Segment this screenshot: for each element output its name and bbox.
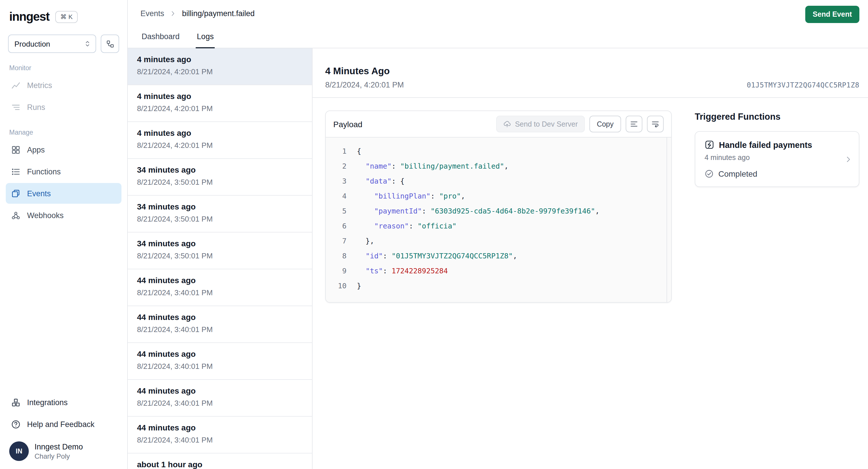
function-icon bbox=[705, 140, 714, 150]
payload-header: Payload Send to Dev Server Copy bbox=[326, 111, 671, 137]
payload-title: Payload bbox=[333, 119, 362, 129]
triggered-list: Handle failed payments4 minutes agoCompl… bbox=[695, 131, 859, 187]
event-list-item[interactable]: 4 minutes ago8/21/2024, 4:20:01 PM bbox=[128, 122, 312, 159]
user-row[interactable]: IN Inngest Demo Charly Poly bbox=[0, 436, 127, 468]
send-event-button[interactable]: Send Event bbox=[805, 6, 859, 23]
function-name: Handle failed payments bbox=[719, 140, 812, 149]
line-number: 2 bbox=[326, 161, 346, 170]
sidebar-item-label: Apps bbox=[27, 145, 45, 154]
environment-settings-button[interactable] bbox=[101, 34, 119, 53]
code-line: 3 "data": { bbox=[326, 173, 671, 188]
event-title: 4 minutes ago bbox=[137, 55, 303, 64]
payload-icon-buttons bbox=[626, 116, 664, 132]
event-timestamp: 8/21/2024, 3:40:01 PM bbox=[137, 436, 303, 444]
event-timestamp: 8/21/2024, 3:40:01 PM bbox=[137, 362, 303, 371]
event-list-item[interactable]: 4 minutes ago8/21/2024, 4:20:01 PM bbox=[128, 48, 312, 85]
sidebar-item-runs[interactable]: Runs bbox=[6, 97, 121, 117]
nav-section-label: Manage bbox=[9, 129, 118, 136]
sidebar: inngest ⌘ K Production MonitorMetricsRun… bbox=[0, 0, 128, 469]
event-list-item[interactable]: about 1 hour ago bbox=[128, 454, 312, 469]
event-list-item[interactable]: 4 minutes ago8/21/2024, 4:20:01 PM bbox=[128, 85, 312, 122]
sidebar-item-label: Integrations bbox=[27, 398, 68, 407]
chevron-right-icon[interactable] bbox=[844, 155, 853, 164]
event-list: 4 minutes ago8/21/2024, 4:20:01 PM4 minu… bbox=[128, 48, 313, 469]
event-title: 4 minutes ago bbox=[137, 92, 303, 101]
event-list-item[interactable]: 34 minutes ago8/21/2024, 3:50:01 PM bbox=[128, 196, 312, 232]
breadcrumb-parent[interactable]: Events bbox=[141, 9, 164, 18]
line-number: 1 bbox=[326, 147, 346, 155]
environment-row: Production bbox=[8, 34, 119, 53]
event-title: 34 minutes ago bbox=[137, 239, 303, 248]
send-to-dev-server-button[interactable]: Send to Dev Server bbox=[496, 116, 585, 132]
align-left-icon bbox=[630, 120, 638, 128]
inngest-logo: inngest bbox=[9, 10, 50, 24]
event-list-item[interactable]: 44 minutes ago8/21/2024, 3:40:01 PM bbox=[128, 380, 312, 417]
align-left-button[interactable] bbox=[626, 116, 642, 132]
event-title: 44 minutes ago bbox=[137, 312, 303, 322]
line-number: 4 bbox=[326, 191, 346, 200]
line-number: 5 bbox=[326, 206, 346, 215]
logo-row: inngest ⌘ K bbox=[0, 7, 127, 27]
sidebar-item-label: Metrics bbox=[27, 81, 52, 90]
code-line: 2 "name": "billing/payment.failed", bbox=[326, 158, 671, 173]
event-timestamp: 8/21/2024, 3:40:01 PM bbox=[137, 399, 303, 407]
triggered-functions-panel: Triggered Functions Handle failed paymen… bbox=[695, 111, 859, 187]
line-number: 3 bbox=[326, 176, 346, 185]
sidebar-item-help-and-feedback[interactable]: Help and Feedback bbox=[6, 414, 121, 435]
apps-icon bbox=[11, 145, 21, 155]
code-line: 5 "paymentId": "6303d925-cda5-4d64-8b2e-… bbox=[326, 203, 671, 218]
code-scrollbar[interactable] bbox=[666, 137, 667, 302]
function-time: 4 minutes ago bbox=[705, 154, 849, 162]
code-line: 1{ bbox=[326, 143, 671, 158]
sidebar-item-metrics[interactable]: Metrics bbox=[6, 75, 121, 96]
event-detail: 4 Minutes Ago 8/21/2024, 4:20:01 PM 01J5… bbox=[313, 48, 868, 469]
user-name: Inngest Demo bbox=[34, 442, 83, 451]
tab-dashboard[interactable]: Dashboard bbox=[141, 32, 181, 48]
event-list-item[interactable]: 44 minutes ago8/21/2024, 3:40:01 PM bbox=[128, 269, 312, 306]
sidebar-item-apps[interactable]: Apps bbox=[6, 139, 121, 160]
tabs: DashboardLogs bbox=[141, 32, 215, 48]
check-circle-icon bbox=[705, 169, 714, 178]
function-status: Completed bbox=[705, 169, 849, 178]
command-k-shortcut[interactable]: ⌘ K bbox=[55, 11, 78, 23]
environment-select-value: Production bbox=[14, 39, 50, 48]
event-list-item[interactable]: 34 minutes ago8/21/2024, 3:50:01 PM bbox=[128, 159, 312, 196]
cloud-upload-icon bbox=[503, 120, 511, 128]
event-timestamp: 8/21/2024, 4:20:01 PM bbox=[137, 141, 303, 150]
triggered-function-card[interactable]: Handle failed payments4 minutes agoCompl… bbox=[695, 131, 859, 187]
triggered-functions-title: Triggered Functions bbox=[695, 112, 859, 122]
code-line: 8 "id": "01J5TMY3VJTZ2QG74QCC5RP1Z8", bbox=[326, 248, 671, 263]
user-info: Inngest Demo Charly Poly bbox=[34, 442, 83, 460]
flow-icon bbox=[105, 39, 114, 48]
topbar: Events billing/payment.failed DashboardL… bbox=[128, 0, 868, 48]
event-list-item[interactable]: 34 minutes ago8/21/2024, 3:50:01 PM bbox=[128, 232, 312, 269]
sidebar-item-events[interactable]: Events bbox=[6, 183, 121, 204]
detail-timestamp: 8/21/2024, 4:20:01 PM bbox=[325, 81, 404, 89]
runs-icon bbox=[11, 102, 21, 112]
sidebar-item-label: Runs bbox=[27, 103, 45, 111]
code-text: }, bbox=[346, 236, 374, 245]
sidebar-item-webhooks[interactable]: Webhooks bbox=[6, 205, 121, 226]
code-text: "ts": 1724228925284 bbox=[346, 266, 448, 275]
tab-logs[interactable]: Logs bbox=[196, 32, 215, 48]
copy-button[interactable]: Copy bbox=[589, 116, 621, 132]
inngest-app: inngest ⌘ K Production MonitorMetricsRun… bbox=[0, 0, 868, 469]
detail-body: Payload Send to Dev Server Copy 1{2 "nam… bbox=[313, 98, 868, 303]
wrap-text-button[interactable] bbox=[647, 116, 664, 132]
user-subtitle: Charly Poly bbox=[34, 452, 83, 460]
event-list-item[interactable]: 44 minutes ago8/21/2024, 3:40:01 PM bbox=[128, 343, 312, 380]
code-text: } bbox=[346, 281, 361, 290]
event-title: about 1 hour ago bbox=[137, 460, 303, 469]
event-timestamp: 8/21/2024, 3:50:01 PM bbox=[137, 215, 303, 223]
environment-select[interactable]: Production bbox=[8, 34, 96, 53]
content: 4 minutes ago8/21/2024, 4:20:01 PM4 minu… bbox=[128, 48, 868, 469]
send-to-dev-server-label: Send to Dev Server bbox=[515, 120, 578, 128]
metrics-icon bbox=[11, 80, 21, 90]
breadcrumb-current: billing/payment.failed bbox=[182, 9, 255, 18]
event-list-item[interactable]: 44 minutes ago8/21/2024, 3:40:01 PM bbox=[128, 306, 312, 343]
event-list-item[interactable]: 44 minutes ago8/21/2024, 3:40:01 PM bbox=[128, 417, 312, 454]
event-title: 44 minutes ago bbox=[137, 349, 303, 358]
sidebar-item-integrations[interactable]: Integrations bbox=[6, 392, 121, 413]
sidebar-nav: MonitorMetricsRunsManageAppsFunctionsEve… bbox=[0, 64, 127, 226]
sidebar-item-functions[interactable]: Functions bbox=[6, 161, 121, 182]
